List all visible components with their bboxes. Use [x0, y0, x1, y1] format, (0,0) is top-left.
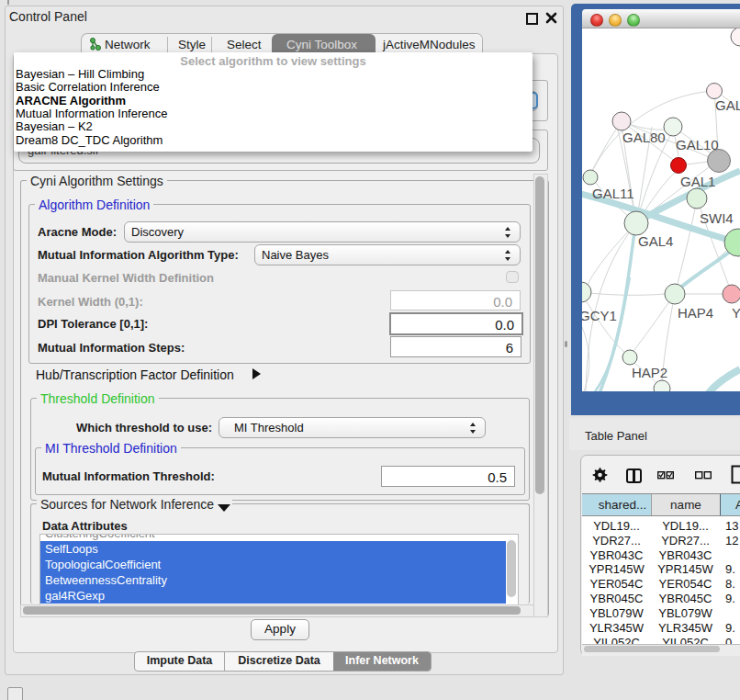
svg-text:SWI4: SWI4: [700, 210, 734, 226]
svg-text:GAL10: GAL10: [676, 137, 719, 152]
svg-text:GAL80: GAL80: [622, 130, 666, 145]
svg-text:Y: Y: [732, 305, 740, 321]
svg-text:GCY1: GCY1: [582, 308, 617, 323]
svg-text:HAP2: HAP2: [632, 365, 667, 380]
svg-text:GAL1: GAL1: [680, 174, 715, 189]
svg-text:GAL11: GAL11: [592, 186, 634, 201]
svg-text:GAL4: GAL4: [638, 233, 673, 249]
svg-text:GAL7: GAL7: [715, 97, 740, 113]
svg-text:HAP4: HAP4: [678, 305, 713, 321]
